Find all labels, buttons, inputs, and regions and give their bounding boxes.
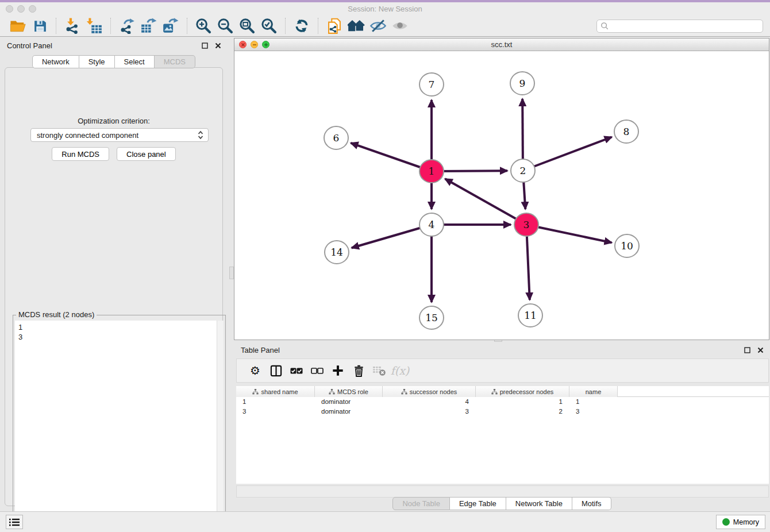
zoom-in-icon[interactable] xyxy=(192,17,214,35)
tab-network[interactable]: Network xyxy=(32,55,79,68)
table-cell[interactable]: 4 xyxy=(383,397,476,407)
show-columns-icon[interactable] xyxy=(265,361,286,380)
graph-edge-1-6[interactable] xyxy=(351,143,432,171)
export-image-icon[interactable] xyxy=(160,17,182,35)
result-scrollbar[interactable] xyxy=(217,321,224,532)
vertical-splitter-grip[interactable] xyxy=(229,267,234,279)
mcds-result-title: MCDS result (2 nodes) xyxy=(16,310,97,319)
eye-icon[interactable] xyxy=(389,17,411,35)
open-session-icon[interactable] xyxy=(7,17,29,35)
table-tab-edge-table[interactable]: Edge Table xyxy=(450,497,506,510)
import-table-icon[interactable] xyxy=(83,17,105,35)
graph-node-15[interactable]: 15 xyxy=(419,306,444,329)
function-builder-icon: f(x) xyxy=(390,361,410,380)
search-input[interactable] xyxy=(596,20,763,33)
table-cell[interactable]: 1 xyxy=(476,397,569,407)
graph-node-label-1: 1 xyxy=(429,165,435,177)
tab-style[interactable]: Style xyxy=(79,55,115,68)
column-header-shared-name[interactable]: shared name xyxy=(236,386,315,397)
criterion-select[interactable]: strongly connected component xyxy=(30,128,209,142)
export-table-icon[interactable] xyxy=(138,17,160,35)
optimization-criterion-label: Optimization criterion: xyxy=(5,117,222,125)
delete-column-icon[interactable] xyxy=(348,361,369,380)
graph-node-3[interactable]: 3 xyxy=(514,213,538,236)
table-tab-network-table[interactable]: Network Table xyxy=(506,497,572,510)
table-panel-title: Table Panel xyxy=(241,346,280,354)
mcds-result-groupbox: MCDS result (2 nodes) 1 3 xyxy=(13,315,226,532)
column-header-predecessor-nodes[interactable]: predecessor nodes xyxy=(476,386,569,397)
float-panel-icon[interactable] xyxy=(201,42,209,49)
table-tab-node-table[interactable]: Node Table xyxy=(392,497,450,510)
column-tree-icon xyxy=(491,389,498,395)
houses-icon[interactable] xyxy=(345,17,367,35)
column-header-MCDS-role[interactable]: MCDS role xyxy=(315,386,383,397)
network-window-titlebar[interactable]: scc.txt xyxy=(234,38,769,51)
column-header-successor-nodes[interactable]: successor nodes xyxy=(383,386,476,397)
refresh-icon[interactable] xyxy=(291,17,313,35)
memory-button[interactable]: Memory xyxy=(716,515,765,529)
zoom-out-icon[interactable] xyxy=(214,17,236,35)
graph-node-6[interactable]: 6 xyxy=(324,126,348,149)
graph-node-label-7: 7 xyxy=(429,79,435,90)
graph-node-11[interactable]: 11 xyxy=(518,304,542,327)
float-table-panel-icon[interactable] xyxy=(744,346,751,354)
toolbar-separator xyxy=(110,18,111,34)
select-all-checks-icon[interactable] xyxy=(286,361,307,380)
column-tree-icon xyxy=(329,389,335,395)
graph-edge-3-10[interactable] xyxy=(526,225,612,242)
tab-mcds[interactable]: MCDS xyxy=(155,55,195,68)
mcds-result-text[interactable]: 1 3 xyxy=(15,321,217,532)
zoom-fit-icon[interactable] xyxy=(236,17,258,35)
close-panel-button[interactable]: Close panel xyxy=(117,147,176,161)
graph-node-label-9: 9 xyxy=(519,78,526,89)
deselect-all-checks-icon[interactable] xyxy=(307,361,328,380)
vertical-splitter[interactable] xyxy=(229,37,234,509)
graph-node-7[interactable]: 7 xyxy=(419,73,444,96)
control-panel-title: Control Panel xyxy=(7,41,52,50)
graph-node-9[interactable]: 9 xyxy=(510,72,534,95)
close-panel-icon[interactable] xyxy=(214,42,222,49)
eye-slash-icon[interactable] xyxy=(367,17,389,35)
import-network-icon[interactable] xyxy=(61,17,83,35)
table-row-1[interactable]: 1dominator411 xyxy=(236,397,769,407)
table-cell[interactable]: 3 xyxy=(569,407,618,417)
tab-select[interactable]: Select xyxy=(115,55,155,68)
save-session-icon[interactable] xyxy=(29,17,51,35)
graph-node-2[interactable]: 2 xyxy=(511,159,535,182)
table-cell[interactable]: 1 xyxy=(569,397,618,407)
table-cell[interactable]: 3 xyxy=(383,407,476,417)
zoom-selected-icon[interactable] xyxy=(258,17,280,35)
table-cell[interactable]: dominator xyxy=(315,407,383,417)
add-column-icon[interactable] xyxy=(328,361,348,380)
table-tab-motifs[interactable]: Motifs xyxy=(572,497,611,510)
column-header-name[interactable]: name xyxy=(569,386,618,397)
table-mode-gear-icon[interactable]: ⚙ xyxy=(245,361,265,380)
memory-status-dot xyxy=(722,518,730,526)
table-panel-header: Table Panel xyxy=(234,344,770,356)
table-row-2[interactable]: 3dominator323 xyxy=(236,407,769,417)
graph-node-14[interactable]: 14 xyxy=(325,241,349,264)
graph-node-1[interactable]: 1 xyxy=(419,160,444,183)
table-cell[interactable]: 2 xyxy=(476,407,569,417)
column-tree-icon xyxy=(252,389,259,395)
toolbar-separator xyxy=(285,18,286,34)
graph-edge-2-8[interactable] xyxy=(523,137,612,171)
task-history-button[interactable] xyxy=(6,515,23,529)
graph-node-label-14: 14 xyxy=(330,246,343,258)
network-canvas[interactable]: 7968124314101511 xyxy=(234,51,769,340)
graph-node-8[interactable]: 8 xyxy=(614,120,638,143)
table-cell[interactable]: 1 xyxy=(236,397,315,407)
graph-edge-3-1[interactable] xyxy=(445,179,527,225)
table-cell[interactable]: dominator xyxy=(315,397,383,407)
graph-node-label-3: 3 xyxy=(523,219,530,230)
toolbar-separator xyxy=(187,18,187,34)
table-horizontal-scrollbar[interactable] xyxy=(236,485,769,498)
run-mcds-button[interactable]: Run MCDS xyxy=(52,147,109,161)
close-table-panel-icon[interactable] xyxy=(757,346,764,354)
duplicate-network-icon[interactable] xyxy=(324,17,345,35)
table-cell[interactable]: 3 xyxy=(236,407,315,417)
graph-node-10[interactable]: 10 xyxy=(615,234,639,257)
export-network-icon[interactable] xyxy=(116,17,138,35)
column-header-label: successor nodes xyxy=(410,388,457,395)
graph-node-4[interactable]: 4 xyxy=(419,213,444,236)
